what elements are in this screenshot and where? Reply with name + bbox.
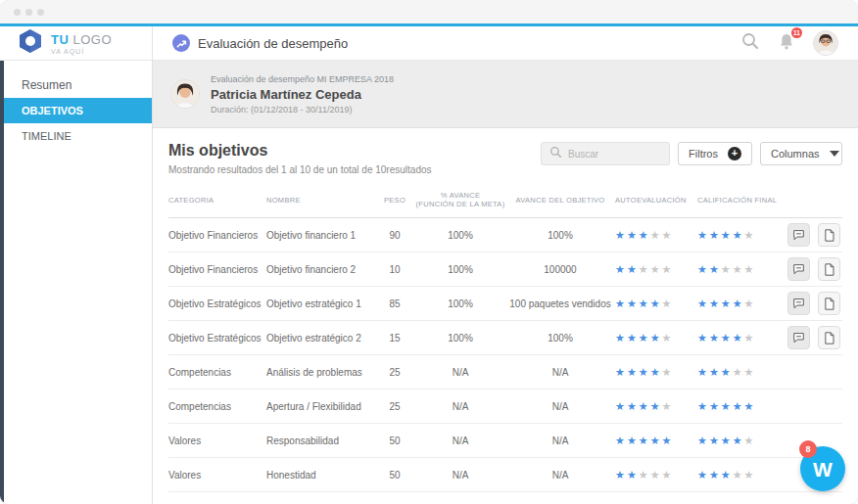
autoevaluacion-rating[interactable]: ★★★★★	[615, 435, 671, 446]
sidebar-accent-strip	[0, 61, 4, 504]
window-control-dot[interactable]	[25, 9, 32, 16]
autoevaluacion-rating[interactable]: ★★★★★	[615, 230, 671, 241]
columns-button[interactable]: Columnas	[760, 142, 842, 165]
logo-tagline: VA AQUÍ	[51, 48, 112, 55]
star-icon: ★	[709, 298, 719, 309]
search-box[interactable]	[541, 142, 670, 165]
star-icon: ★	[615, 401, 625, 412]
star-icon: ★	[615, 264, 625, 275]
search-input[interactable]	[568, 149, 661, 160]
app-window: TU LOGO VA AQUÍ Evaluación de desempeño	[0, 0, 858, 504]
header-nombre: NOMBRE	[266, 196, 374, 205]
comment-button[interactable]	[787, 223, 810, 247]
star-icon: ★	[709, 435, 719, 446]
star-icon: ★	[627, 298, 637, 309]
peso-cell: 15	[374, 333, 415, 344]
autoevaluacion-rating[interactable]: ★★★★★	[615, 470, 671, 481]
star-icon: ★	[615, 298, 625, 309]
user-avatar[interactable]	[813, 30, 838, 56]
widget-logo: W	[813, 458, 833, 481]
star-icon: ★	[639, 333, 648, 344]
star-icon: ★	[697, 230, 707, 241]
window-titlebar	[0, 0, 858, 23]
window-control-dot[interactable]	[14, 9, 21, 16]
header-avance-objetivo: AVANCE DEL OBJETIVO	[505, 196, 615, 205]
star-icon: ★	[721, 470, 731, 481]
calificacion-final-rating[interactable]: ★★★★★	[697, 401, 753, 412]
star-icon: ★	[615, 367, 625, 378]
avance-meta-cell: N/A	[415, 435, 505, 446]
calificacion-final-rating[interactable]: ★★★★★	[697, 230, 753, 241]
document-button[interactable]	[818, 326, 840, 349]
filters-button[interactable]: Filtros +	[678, 142, 752, 165]
star-icon: ★	[733, 298, 742, 309]
star-icon: ★	[662, 230, 672, 241]
peso-cell: 25	[374, 367, 415, 378]
categoria-cell: Valores	[168, 435, 266, 446]
avance-meta-cell: 100%	[415, 230, 505, 241]
star-icon: ★	[697, 333, 707, 344]
comment-button[interactable]	[787, 257, 810, 281]
nombre-cell: Objetivo financiero 1	[266, 230, 374, 241]
star-icon: ★	[639, 470, 648, 481]
star-icon: ★	[697, 470, 707, 481]
star-icon: ★	[709, 333, 719, 344]
sidebar-item-objetivos[interactable]: OBJETIVOS	[0, 98, 152, 123]
avance-meta-cell: N/A	[415, 367, 505, 378]
header-autoevaluacion: AUTOEVALUACIÓN	[615, 196, 697, 205]
star-icon: ★	[650, 367, 660, 378]
star-icon: ★	[744, 333, 754, 344]
star-icon: ★	[639, 230, 648, 241]
objective-row: Valores Responsabilidad 50 N/A N/A ★★★★★…	[168, 424, 842, 458]
autoevaluacion-rating[interactable]: ★★★★★	[615, 401, 671, 412]
star-icon: ★	[733, 333, 742, 344]
autoevaluacion-rating[interactable]: ★★★★★	[615, 264, 671, 275]
autoevaluacion-rating[interactable]: ★★★★★	[615, 367, 671, 378]
peso-cell: 85	[374, 298, 415, 309]
header-peso: PESO	[374, 196, 415, 205]
logo-rest: LOGO	[69, 32, 112, 47]
objective-row: Competencias Análisis de problemas 25 N/…	[168, 355, 842, 389]
autoevaluacion-rating[interactable]: ★★★★★	[615, 298, 671, 309]
objective-row: Objetivo Financieros Objetivo financiero…	[168, 252, 842, 287]
sidebar-item-timeline[interactable]: TIMELINE	[0, 123, 152, 149]
results-summary: Mostrando resultados del 1 al 10 de un t…	[168, 164, 432, 175]
avance-objetivo-cell: N/A	[505, 470, 615, 481]
comment-button[interactable]	[787, 292, 810, 315]
sidebar-item-resumen[interactable]: Resumen	[0, 72, 152, 98]
star-icon: ★	[662, 298, 672, 309]
document-button[interactable]	[818, 292, 840, 315]
avance-objetivo-cell: 100%	[505, 230, 615, 241]
star-icon: ★	[733, 401, 742, 412]
calificacion-final-rating[interactable]: ★★★★★	[697, 435, 753, 446]
nombre-cell: Responsabilidad	[266, 435, 374, 446]
autoevaluacion-rating[interactable]: ★★★★★	[615, 333, 671, 344]
objective-row: Objetivo Estratégicos Objetivo estratégi…	[168, 287, 842, 321]
search-icon[interactable]	[740, 31, 760, 55]
document-button[interactable]	[818, 257, 840, 281]
star-icon: ★	[650, 401, 660, 412]
nombre-cell: Objetivo estratégico 2	[266, 333, 374, 344]
sidebar: Resumen OBJETIVOS TIMELINE	[0, 61, 153, 504]
calificacion-final-rating[interactable]: ★★★★★	[697, 298, 753, 309]
star-icon: ★	[615, 470, 625, 481]
star-icon: ★	[615, 435, 625, 446]
star-icon: ★	[662, 333, 672, 344]
avance-meta-cell: N/A	[415, 401, 505, 412]
calificacion-final-rating[interactable]: ★★★★★	[697, 470, 753, 481]
window-control-dot[interactable]	[37, 9, 44, 16]
star-icon: ★	[697, 367, 707, 378]
star-icon: ★	[744, 264, 754, 275]
calificacion-final-rating[interactable]: ★★★★★	[697, 367, 753, 378]
calificacion-final-rating[interactable]: ★★★★★	[697, 333, 753, 344]
comment-button[interactable]	[787, 326, 810, 349]
star-icon: ★	[697, 401, 707, 412]
logo-text: TU LOGO VA AQUÍ	[51, 32, 112, 55]
logo: TU LOGO VA AQUÍ	[0, 26, 153, 60]
avance-meta-cell: 100%	[415, 333, 505, 344]
document-button[interactable]	[818, 223, 840, 247]
calificacion-final-rating[interactable]: ★★★★★	[697, 264, 753, 275]
notifications-bell-icon[interactable]: 11	[778, 32, 795, 55]
chat-widget-button[interactable]: W 8	[800, 446, 845, 491]
categoria-cell: Objetivo Estratégicos	[168, 333, 266, 344]
